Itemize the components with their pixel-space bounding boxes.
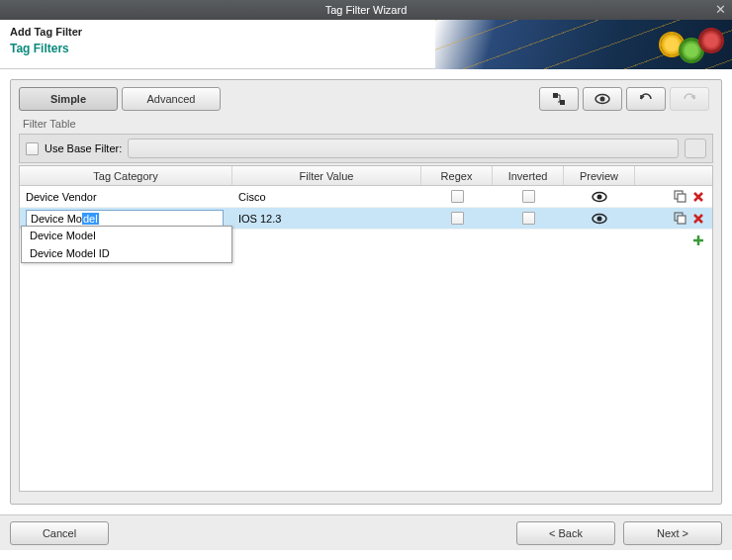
cancel-button[interactable]: Cancel: [10, 521, 109, 545]
eye-icon: [595, 93, 610, 105]
delete-icon: [692, 213, 704, 225]
next-button[interactable]: Next >: [623, 521, 722, 545]
gear-icon: [661, 34, 683, 55]
gear-icon: [681, 40, 702, 61]
inverted-checkbox[interactable]: [522, 212, 535, 225]
copy-icon: [674, 212, 686, 225]
cell-category-editing[interactable]: Device Model: [20, 210, 232, 228]
tab-advanced-label: Advanced: [147, 93, 196, 105]
insert-filter-button[interactable]: [539, 87, 579, 111]
svg-point-5: [597, 194, 602, 199]
title-bar: Tag Filter Wizard ✕: [0, 0, 732, 20]
svg-point-3: [600, 97, 605, 102]
row-preview-button[interactable]: [592, 213, 607, 225]
base-filter-input[interactable]: [128, 139, 679, 158]
wizard-body: Simple Advanced Filter Table Use Base Fi…: [10, 79, 722, 505]
eye-icon: [592, 213, 607, 225]
tab-simple-label: Simple: [50, 93, 86, 105]
table-row[interactable]: Device Vendor Cisco: [20, 186, 712, 208]
tab-simple[interactable]: Simple: [19, 87, 118, 111]
use-base-filter-label: Use Base Filter:: [45, 142, 122, 154]
undo-button[interactable]: [626, 87, 666, 111]
svg-rect-7: [678, 194, 686, 202]
add-row-button[interactable]: [692, 234, 704, 246]
svg-rect-1: [560, 100, 565, 105]
filter-grid: Tag Category Filter Value Regex Inverted…: [19, 165, 713, 492]
autocomplete-option[interactable]: Device Model: [22, 227, 231, 244]
close-icon[interactable]: ✕: [715, 2, 726, 17]
redo-icon: [682, 93, 697, 105]
eye-icon: [592, 191, 607, 203]
delete-icon: [692, 191, 704, 203]
cell-category[interactable]: Device Vendor: [20, 191, 232, 203]
redo-button: [670, 87, 709, 111]
tab-advanced[interactable]: Advanced: [122, 87, 221, 111]
toolbar: Simple Advanced: [19, 86, 713, 112]
svg-rect-11: [678, 216, 686, 224]
col-inverted[interactable]: Inverted: [493, 166, 564, 185]
grid-header: Tag Category Filter Value Regex Inverted…: [20, 166, 712, 186]
base-filter-row: Use Base Filter:: [19, 134, 713, 163]
header-decoration: [435, 20, 732, 69]
regex-checkbox[interactable]: [451, 190, 464, 203]
next-label: Next >: [657, 527, 688, 539]
svg-point-9: [597, 216, 602, 221]
window-title: Tag Filter Wizard: [325, 4, 408, 16]
cell-value[interactable]: Cisco: [232, 191, 421, 203]
wizard-header: Add Tag Filter Tag Filters: [0, 20, 732, 69]
svg-rect-0: [553, 93, 558, 98]
filter-table-label: Filter Table: [23, 118, 713, 130]
wizard-subtitle: Add Tag Filter: [10, 26, 82, 38]
wizard-section-title: Tag Filters: [10, 42, 69, 55]
col-tag-category[interactable]: Tag Category: [20, 166, 232, 185]
autocomplete-option[interactable]: Device Model ID: [22, 244, 231, 262]
row-preview-button[interactable]: [592, 191, 607, 203]
cell-value[interactable]: IOS 12.3: [232, 213, 421, 225]
regex-checkbox[interactable]: [451, 212, 464, 225]
inverted-checkbox[interactable]: [522, 190, 535, 203]
preview-button[interactable]: [583, 87, 622, 111]
base-filter-select-button[interactable]: [685, 139, 706, 158]
gear-icon: [700, 30, 722, 51]
wizard-footer: Cancel < Back Next >: [0, 514, 732, 550]
col-actions: [635, 166, 712, 185]
col-filter-value[interactable]: Filter Value: [232, 166, 421, 185]
copy-row-button[interactable]: [674, 212, 686, 225]
cancel-label: Cancel: [43, 527, 76, 539]
copy-row-button[interactable]: [674, 190, 686, 203]
back-label: < Back: [549, 527, 583, 539]
edit-prefix: Device Mo: [31, 213, 82, 225]
col-regex[interactable]: Regex: [421, 166, 493, 185]
edit-selection: del: [82, 213, 99, 225]
delete-row-button[interactable]: [692, 191, 704, 203]
delete-row-button[interactable]: [692, 213, 704, 225]
use-base-filter-checkbox[interactable]: [26, 142, 39, 155]
copy-icon: [674, 190, 686, 203]
col-preview[interactable]: Preview: [564, 166, 635, 185]
insert-icon: [552, 92, 566, 106]
autocomplete-dropdown: Device Model Device Model ID: [21, 226, 232, 263]
category-edit-input[interactable]: Device Model: [26, 210, 224, 228]
undo-icon: [638, 93, 654, 105]
back-button[interactable]: < Back: [516, 521, 615, 545]
plus-icon: [692, 234, 704, 246]
